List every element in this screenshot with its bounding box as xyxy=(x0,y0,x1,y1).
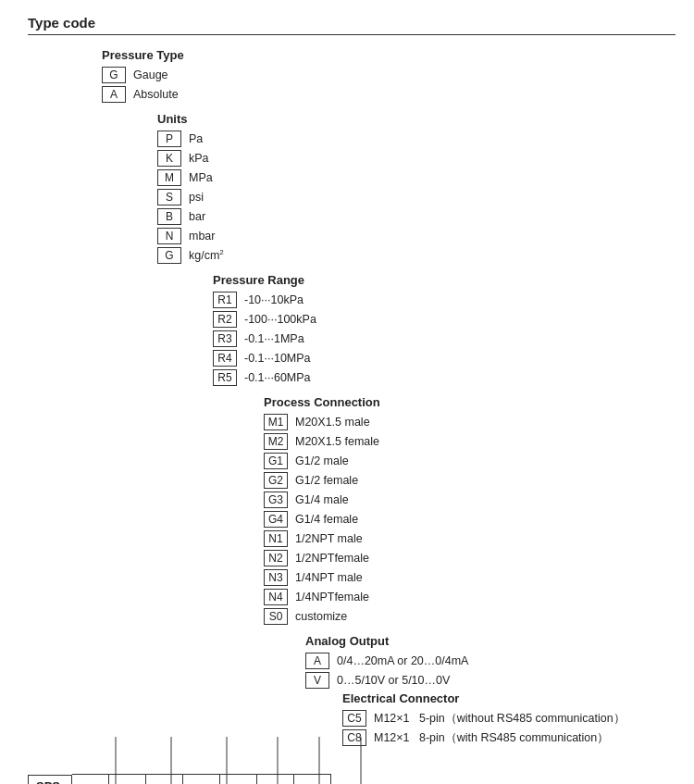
code-S0: S0 xyxy=(264,608,288,625)
process-connection-group: Process Connection M1 M20X1.5 male M2 M2… xyxy=(264,395,675,625)
code-A: A xyxy=(102,86,126,103)
code-P: P xyxy=(157,131,181,147)
label-N2: 1/2NPTfemale xyxy=(295,552,369,565)
code-R4: R4 xyxy=(213,350,237,367)
code-R5: R5 xyxy=(213,369,237,386)
section-title: Type code xyxy=(28,15,675,35)
code-R2: R2 xyxy=(213,311,237,328)
connector-lines-svg xyxy=(28,737,675,784)
code-R3: R3 xyxy=(213,330,237,347)
list-item: R5 -0.1···60MPa xyxy=(213,369,675,386)
code-N4: N4 xyxy=(264,589,288,605)
analog-output-group: Analog Output A 0/4…20mA or 20…0/4mA V 0… xyxy=(305,634,675,746)
label-kpa: kPa xyxy=(189,152,209,165)
code-M1: M1 xyxy=(264,414,288,430)
bottom-section: SPS- xyxy=(28,774,675,784)
list-item: G2 G1/2 female xyxy=(264,472,675,489)
list-item: G1 G1/2 male xyxy=(264,453,675,469)
label-N4: 1/4NPTfemale xyxy=(295,591,369,604)
label-R3: -0.1···1MPa xyxy=(244,332,304,345)
list-item: R3 -0.1···1MPa xyxy=(213,330,675,347)
code-V: V xyxy=(305,672,329,689)
code-N1: N1 xyxy=(264,530,288,547)
pressure-range-group: Pressure Range R1 -10···10kPa R2 -100···… xyxy=(213,273,675,386)
code-N3: N3 xyxy=(264,569,288,586)
label-kgcm: kg/cm2 xyxy=(189,248,224,262)
analog-output-title: Analog Output xyxy=(305,634,675,648)
code-G2: G xyxy=(157,247,181,264)
label-mbar: mbar xyxy=(189,230,215,243)
list-item: R1 -10···10kPa xyxy=(213,292,675,308)
units-group: Units P Pa K kPa M MPa S psi B bar N mba… xyxy=(157,112,675,264)
code-G3: G3 xyxy=(264,492,288,508)
list-item: M1 M20X1.5 male xyxy=(264,414,675,430)
label-M1: M20X1.5 male xyxy=(295,416,370,429)
code-M: M xyxy=(157,169,181,186)
label-R1: -10···10kPa xyxy=(244,293,304,306)
list-item: N mbar xyxy=(157,228,675,244)
code-G1: G1 xyxy=(264,453,288,469)
code-B: B xyxy=(157,208,181,225)
label-absolute: Absolute xyxy=(133,88,179,101)
label-G1: G1/2 male xyxy=(295,454,349,467)
code-K: K xyxy=(157,150,181,167)
code-M2: M2 xyxy=(264,433,288,450)
label-A: 0/4…20mA or 20…0/4mA xyxy=(337,654,468,667)
list-item: N4 1/4NPTfemale xyxy=(264,589,675,605)
code-C5: C5 xyxy=(342,710,366,727)
list-item: R4 -0.1···10MPa xyxy=(213,350,675,367)
list-item: G Gauge xyxy=(102,67,675,83)
list-item: V 0…5/10V or 5/10…0V xyxy=(305,672,675,689)
code-R1: R1 xyxy=(213,292,237,308)
label-R5: -0.1···60MPa xyxy=(244,371,311,384)
code-N2: N2 xyxy=(264,550,288,566)
list-item: N2 1/2NPTfemale xyxy=(264,550,675,566)
label-G3: G1/4 male xyxy=(295,493,349,506)
label-R4: -0.1···10MPa xyxy=(244,352,311,365)
code-G2b: G2 xyxy=(264,472,288,489)
label-C5: M12×1 5-pin（without RS485 communication） xyxy=(374,711,626,727)
list-item: K kPa xyxy=(157,150,675,167)
label-M2: M20X1.5 female xyxy=(295,435,379,448)
list-item: P Pa xyxy=(157,131,675,147)
list-item: M2 M20X1.5 female xyxy=(264,433,675,450)
label-bar: bar xyxy=(189,210,205,223)
code-A: A xyxy=(305,653,329,669)
label-psi: psi xyxy=(189,191,204,204)
code-G4: G4 xyxy=(264,511,288,528)
list-item: C5 M12×1 5-pin（without RS485 communicati… xyxy=(342,710,675,727)
label-N1: 1/2NPT male xyxy=(295,532,363,545)
list-item: N1 1/2NPT male xyxy=(264,530,675,547)
list-item: N3 1/4NPT male xyxy=(264,569,675,586)
label-V: 0…5/10V or 5/10…0V xyxy=(337,674,450,687)
list-item: M MPa xyxy=(157,169,675,186)
label-N3: 1/4NPT male xyxy=(295,571,363,584)
label-S0: customize xyxy=(295,610,347,623)
code-G: G xyxy=(102,67,126,83)
units-title: Units xyxy=(157,112,675,126)
list-item: G4 G1/4 female xyxy=(264,511,675,528)
label-G2: G1/2 female xyxy=(295,474,358,487)
list-item: S psi xyxy=(157,189,675,205)
list-item: B bar xyxy=(157,208,675,225)
list-item: R2 -100···100kPa xyxy=(213,311,675,328)
label-gauge: Gauge xyxy=(133,68,168,81)
list-item: A Absolute xyxy=(102,86,675,103)
electrical-connector-title: Electrical Connector xyxy=(342,691,675,705)
label-G4: G1/4 female xyxy=(295,513,358,526)
code-S: S xyxy=(157,189,181,205)
label-pa: Pa xyxy=(189,132,203,145)
code-N: N xyxy=(157,228,181,244)
pressure-type-title: Pressure Type xyxy=(102,48,675,62)
list-item: G kg/cm2 xyxy=(157,247,675,264)
list-item: S0 customize xyxy=(264,608,675,625)
process-connection-title: Process Connection xyxy=(264,395,675,409)
pressure-type-group: Pressure Type G Gauge A Absolute xyxy=(102,48,675,103)
pressure-range-title: Pressure Range xyxy=(213,273,675,287)
label-R2: -100···100kPa xyxy=(244,313,316,326)
list-item: A 0/4…20mA or 20…0/4mA xyxy=(305,653,675,669)
label-mpa: MPa xyxy=(189,171,213,184)
list-item: G3 G1/4 male xyxy=(264,492,675,508)
